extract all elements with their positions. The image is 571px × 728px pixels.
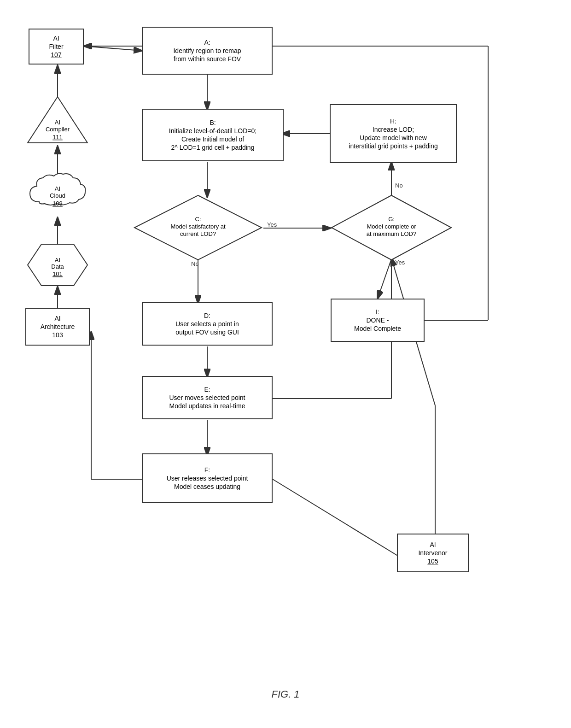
diamond-g-node: G: Model complete or at maximum LOD? [330,194,453,262]
ai-compiler-node: AI Compiler 111 [25,94,90,145]
diagram-container: Yes No No Yes AIFilter107 AI Compiler 11… [0,0,571,710]
ai-architecture-label: AIArchitecture103 [41,314,75,340]
diamond-c-node: C: Model satisfactory at current LOD? [133,194,263,262]
svg-text:109: 109 [52,200,63,207]
block-i-node: I:DONE -Model Complete [331,299,425,342]
block-e-label: E:User moves selected pointModel updates… [169,385,245,411]
svg-text:Cloud: Cloud [50,192,65,199]
svg-text:Compiler: Compiler [46,126,70,133]
svg-text:G:: G: [388,216,395,223]
block-b-node: B:Initialize level-of-deatil LOD=0;Creat… [142,109,284,161]
ai-data-node: AI Data 101 [25,242,90,288]
ai-cloud-node: AI Cloud 109 [25,170,90,216]
block-e-node: E:User moves selected pointModel updates… [142,376,273,419]
fig-label: FIG. 1 [271,688,299,700]
svg-text:AI: AI [55,185,60,192]
svg-text:AI: AI [55,119,60,126]
ai-intervenor-label: AIIntervenor105 [418,540,447,566]
block-f-node: F:User releases selected pointModel ceas… [142,453,273,503]
block-a-node: A:Identify region to remapfrom within so… [142,27,273,75]
block-f-label: F:User releases selected pointModel ceas… [167,466,248,491]
ai-filter-label: AIFilter107 [49,34,63,59]
svg-line-9 [273,479,401,558]
ai-architecture-node: AIArchitecture103 [25,308,90,346]
svg-text:Data: Data [51,263,64,270]
yes-label-c: Yes [267,221,277,228]
svg-text:C:: C: [195,216,201,223]
svg-text:current LOD?: current LOD? [180,230,216,237]
block-a-label: A:Identify region to remapfrom within so… [173,38,241,64]
svg-text:at maximum LOD?: at maximum LOD? [367,230,416,237]
svg-text:Model satisfactory at: Model satisfactory at [170,223,226,230]
svg-text:101: 101 [52,270,63,277]
block-i-label: I:DONE -Model Complete [354,308,401,333]
block-h-node: H:Increase LOD;Update model with newinte… [330,104,457,163]
block-d-label: D:User selects a point inoutput FOV usin… [175,311,239,337]
block-d-node: D:User selects a point inoutput FOV usin… [142,302,273,346]
ai-filter-node: AIFilter107 [29,29,84,65]
svg-text:AI: AI [55,257,60,264]
svg-text:Model complete or: Model complete or [367,223,417,230]
block-b-label: B:Initialize level-of-deatil LOD=0;Creat… [169,118,256,152]
svg-line-22 [84,46,142,51]
no-label-g: No [395,182,403,189]
svg-line-14 [378,259,391,299]
svg-text:111: 111 [52,134,63,141]
ai-intervenor-node: AIIntervenor105 [397,534,469,572]
block-h-label: H:Increase LOD;Update model with newinte… [349,117,437,151]
